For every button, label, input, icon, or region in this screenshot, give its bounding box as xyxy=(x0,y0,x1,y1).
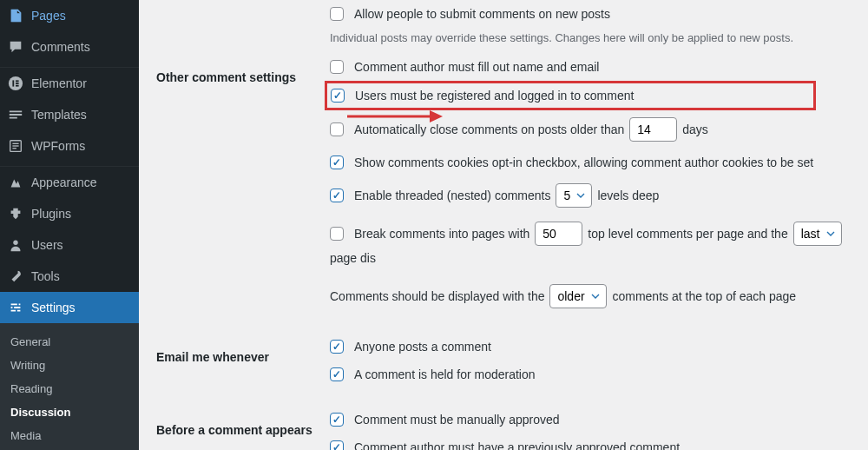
menu-wpforms[interactable]: WPForms xyxy=(0,130,139,162)
submenu-reading[interactable]: Reading xyxy=(0,377,139,400)
comments-icon xyxy=(7,38,24,56)
checkbox-name-email[interactable] xyxy=(330,60,344,74)
menu-label: Elementor xyxy=(31,76,87,90)
settings-icon xyxy=(7,299,24,316)
submenu-writing[interactable]: Writing xyxy=(0,354,139,377)
pages-icon xyxy=(7,7,24,24)
field-registered-logged-in: Users must be registered and logged in t… xyxy=(325,81,816,110)
checkbox-label: Show comments cookies opt-in checkbox, a… xyxy=(354,156,813,169)
label-post: page dis xyxy=(330,251,376,265)
appearance-icon xyxy=(7,174,24,191)
field-email-held: A comment is held for moderation xyxy=(330,361,851,388)
checkbox-prev-approved[interactable] xyxy=(330,440,344,450)
menu-users[interactable]: Users xyxy=(0,229,139,261)
label-mid: top level comments per page and the xyxy=(588,227,787,241)
section-title-other: Other comment settings xyxy=(156,53,330,84)
checkbox-manual-approve[interactable] xyxy=(330,413,344,427)
checkbox-cookies[interactable] xyxy=(330,156,344,169)
menu-label: WPForms xyxy=(31,139,85,153)
input-per-page[interactable] xyxy=(535,222,582,246)
tools-icon xyxy=(7,268,24,285)
menu-tools[interactable]: Tools xyxy=(0,261,139,292)
checkbox-auto-close[interactable] xyxy=(330,122,344,136)
menu-elementor[interactable]: Elementor xyxy=(0,68,139,99)
menu-pages[interactable]: Pages xyxy=(0,0,139,31)
checkbox-label: Anyone posts a comment xyxy=(354,340,491,354)
admin-sidebar: Pages Comments Elementor Templates WPFor… xyxy=(0,0,139,450)
row-default-post-settings: Allow people to submit comments on new p… xyxy=(156,0,851,53)
section-title-before: Before a comment appears xyxy=(156,406,330,437)
settings-submenu: General Writing Reading Discussion Media… xyxy=(0,323,139,450)
label-pre: Comments should be displayed with the xyxy=(330,289,544,303)
menu-plugins[interactable]: Plugins xyxy=(0,198,139,229)
checkbox-allow-comments[interactable] xyxy=(330,7,344,21)
settings-content: Allow people to submit comments on new p… xyxy=(139,0,868,450)
description-override: Individual posts may override these sett… xyxy=(330,28,851,53)
svg-rect-3 xyxy=(16,83,19,84)
menu-label: Users xyxy=(31,238,63,252)
field-allow-comments: Allow people to submit comments on new p… xyxy=(330,0,851,28)
checkbox-label: Comment author must fill out name and em… xyxy=(354,60,599,74)
plugins-icon xyxy=(7,205,24,222)
submenu-discussion[interactable]: Discussion xyxy=(0,400,139,424)
checkbox-label: A comment is held for moderation xyxy=(354,367,536,381)
menu-templates[interactable]: Templates xyxy=(0,99,139,130)
checkbox-held-moderation[interactable] xyxy=(330,367,344,381)
menu-comments[interactable]: Comments xyxy=(0,31,139,63)
submenu-media[interactable]: Media xyxy=(0,424,139,447)
wpforms-icon xyxy=(7,137,24,155)
row-before-appears: Before a comment appears Comment must be… xyxy=(156,406,851,450)
row-label-empty xyxy=(156,0,330,17)
checkbox-label: Comment author must have a previously ap… xyxy=(354,440,680,450)
checkbox-registered[interactable] xyxy=(331,89,345,103)
elementor-icon xyxy=(7,75,24,92)
menu-label: Comments xyxy=(31,40,90,54)
field-name-email: Comment author must fill out name and em… xyxy=(330,53,851,81)
field-comment-order: Comments should be displayed with the ol… xyxy=(330,272,851,315)
select-default-page[interactable]: last xyxy=(793,222,842,246)
field-prev-approved: Comment author must have a previously ap… xyxy=(330,433,851,450)
svg-rect-4 xyxy=(16,85,19,87)
field-cookies: Show comments cookies opt-in checkbox, a… xyxy=(330,149,851,176)
row-email-whenever: Email me whenever Anyone posts a comment… xyxy=(156,333,851,388)
checkbox-label: Users must be registered and logged in t… xyxy=(355,89,634,103)
field-break-pages: Break comments into pages with top level… xyxy=(330,215,851,272)
users-icon xyxy=(7,236,24,254)
select-thread-depth[interactable]: 5 xyxy=(556,183,592,208)
menu-label: Appearance xyxy=(31,175,97,189)
menu-settings[interactable]: Settings xyxy=(0,292,139,323)
menu-appearance[interactable]: Appearance xyxy=(0,167,139,198)
label-pre: Enable threaded (nested) comments xyxy=(354,189,550,202)
checkbox-label: Allow people to submit comments on new p… xyxy=(354,7,610,21)
menu-label: Templates xyxy=(31,108,87,122)
label-pre: Break comments into pages with xyxy=(354,227,529,241)
field-auto-close: Automatically close comments on posts ol… xyxy=(330,110,851,149)
svg-rect-1 xyxy=(12,80,14,86)
checkbox-break-pages[interactable] xyxy=(330,227,344,241)
checkbox-label: Comment must be manually approved xyxy=(354,413,560,427)
row-other-comment-settings: Other comment settings Comment author mu… xyxy=(156,53,851,315)
field-email-anyone: Anyone posts a comment xyxy=(330,333,851,361)
label-pre: Automatically close comments on posts ol… xyxy=(354,122,624,136)
checkbox-threaded[interactable] xyxy=(330,189,344,202)
menu-label: Pages xyxy=(31,9,66,23)
field-manual-approve: Comment must be manually approved xyxy=(330,406,851,433)
svg-point-9 xyxy=(13,241,17,245)
menu-label: Settings xyxy=(31,301,76,314)
templates-icon xyxy=(7,106,24,123)
field-threaded: Enable threaded (nested) comments 5 leve… xyxy=(330,176,851,215)
section-title-email: Email me whenever xyxy=(156,333,330,364)
label-post: levels deep xyxy=(597,189,659,202)
checkbox-anyone-posts[interactable] xyxy=(330,340,344,354)
svg-rect-2 xyxy=(16,80,19,82)
select-comment-order[interactable]: older xyxy=(549,284,607,308)
label-post: comments at the top of each page xyxy=(612,289,796,303)
menu-label: Plugins xyxy=(31,207,71,221)
menu-label: Tools xyxy=(31,269,60,283)
label-post: days xyxy=(682,122,708,136)
input-close-days[interactable] xyxy=(629,117,677,142)
submenu-general[interactable]: General xyxy=(0,330,139,354)
